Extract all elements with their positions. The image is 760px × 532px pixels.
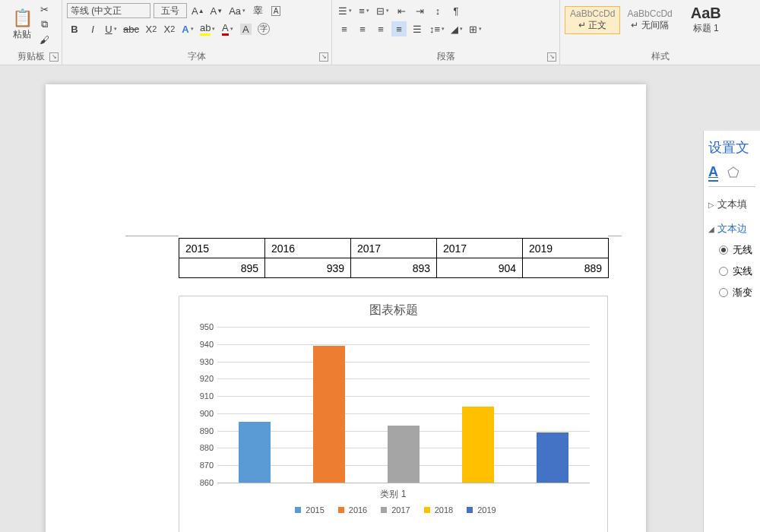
align-center-button[interactable]: ≡ — [355, 21, 370, 36]
legend-item[interactable]: 2015 — [290, 505, 324, 515]
strike-button[interactable]: abc — [122, 21, 141, 36]
numbering-button[interactable]: ≡▾ — [356, 3, 372, 18]
underline-button[interactable]: U▾ — [103, 21, 119, 36]
align-right-button[interactable]: ≡ — [373, 21, 388, 36]
bullets-button[interactable]: ☰▾ — [337, 3, 353, 18]
group-font: 等线 (中文正 五号 A▲ A▼ Aa▾ 睾 A B I U▾ abc X2 X… — [62, 0, 332, 65]
y-tick-label: 860 — [183, 478, 214, 487]
shading-button[interactable]: ◢▾ — [449, 21, 464, 36]
table-cell[interactable]: 895 — [179, 258, 265, 278]
align-left-button[interactable]: ≡ — [337, 21, 352, 36]
paragraph-launcher[interactable]: ↘ — [547, 52, 556, 62]
group-clipboard: 📋 粘贴 ✂ ⧉ 🖌 剪贴板 ↘ — [0, 0, 62, 65]
table-cell[interactable]: 939 — [265, 258, 351, 278]
show-marks-button[interactable]: ¶ — [448, 3, 464, 18]
group-label: 段落 — [332, 50, 559, 63]
increase-indent-button[interactable]: ⇥ — [412, 3, 427, 18]
clipboard-side: ✂ ⧉ 🖌 — [36, 2, 62, 47]
tab-text-options[interactable]: A — [708, 164, 718, 182]
section-text-fill[interactable]: ▷文本填 — [708, 198, 755, 211]
group-paragraph: ☰▾ ≡▾ ⊟▾ ⇤ ⇥ ↕ ¶ ≡ ≡ ≡ ≡ ☰ ↕≡▾ ◢▾ ⊞▾ 段落 … — [332, 0, 560, 65]
font-color-button[interactable]: A▾ — [220, 21, 235, 36]
table-cell[interactable]: 904 — [437, 258, 523, 278]
superscript-button[interactable]: X2 — [162, 21, 177, 36]
table-cell[interactable]: 889 — [523, 258, 609, 278]
chart-plot-area[interactable]: 860870880890900910920930940950 — [217, 327, 590, 483]
decrease-indent-button[interactable]: ⇤ — [394, 3, 409, 18]
clipboard-launcher[interactable]: ↘ — [49, 52, 59, 62]
multilevel-button[interactable]: ⊟▾ — [375, 3, 391, 18]
legend-item[interactable]: 2016 — [334, 505, 367, 515]
tab-effects[interactable]: ⬠ — [727, 164, 739, 182]
char-shading-button[interactable]: A — [238, 21, 253, 36]
copy-button[interactable]: ⧉ — [36, 17, 52, 32]
brush-icon: 🖌 — [40, 34, 49, 46]
subscript-button[interactable]: X2 — [144, 21, 159, 36]
grow-font-button[interactable]: A▲ — [190, 3, 206, 18]
chart-legend[interactable]: 20152016201720182019 — [179, 505, 607, 515]
sort-button[interactable]: ↕ — [430, 3, 445, 18]
radio-icon — [719, 288, 728, 297]
chart-title[interactable]: 图表标题 — [179, 302, 607, 318]
highlight-button[interactable]: ab▾ — [198, 21, 217, 36]
legend-item[interactable]: 2018 — [420, 505, 453, 515]
change-case-button[interactable]: Aa▾ — [227, 3, 247, 18]
paste-label: 粘贴 — [13, 28, 31, 41]
style-normal[interactable]: AaBbCcDd ↵ 正文 — [565, 6, 620, 34]
distribute-button[interactable]: ☰ — [410, 21, 425, 36]
y-tick-label: 890 — [183, 426, 214, 435]
paste-button[interactable]: 📋 粘贴 — [5, 2, 40, 47]
table-cell[interactable]: 2017 — [351, 239, 437, 258]
chart-bar[interactable] — [239, 422, 271, 483]
option-solid-line[interactable]: 实线 — [708, 264, 755, 278]
chart-object[interactable]: 图表标题 860870880890900910920930940950 类别 1… — [179, 296, 608, 532]
line-spacing-button[interactable]: ↕≡▾ — [428, 21, 446, 36]
style-nospacing[interactable]: AaBbCcDd ↵ 无间隔 — [622, 6, 677, 34]
italic-button[interactable]: I — [85, 21, 100, 36]
chart-bar[interactable] — [388, 426, 420, 483]
table-cell[interactable]: 2016 — [265, 239, 351, 258]
chart-bar[interactable] — [462, 407, 494, 483]
borders-button[interactable]: ⊞▾ — [467, 21, 483, 36]
y-tick-label: 950 — [183, 322, 214, 331]
phonetic-guide-button[interactable]: 睾 — [250, 3, 265, 18]
table-cell[interactable]: 2015 — [179, 239, 265, 258]
copy-icon: ⧉ — [41, 18, 48, 30]
margin-mark-right — [608, 236, 622, 236]
bold-button[interactable]: B — [67, 21, 82, 36]
pane-tabs: A ⬠ — [708, 164, 755, 187]
style-heading1[interactable]: AaB 标题 1 — [679, 2, 733, 37]
group-label: 字体 — [62, 50, 331, 63]
x-axis-label[interactable]: 类别 1 — [179, 488, 607, 501]
text-effects-button[interactable]: A▾ — [180, 21, 195, 36]
legend-item[interactable]: 2019 — [462, 505, 496, 515]
option-gradient-line[interactable]: 渐变 — [708, 286, 755, 299]
chart-bar[interactable] — [537, 432, 568, 483]
font-family-combo[interactable]: 等线 (中文正 — [67, 3, 150, 18]
y-tick-label: 900 — [183, 409, 214, 418]
radio-icon — [719, 267, 728, 276]
font-launcher[interactable]: ↘ — [319, 52, 328, 62]
clear-format-button[interactable]: A — [268, 3, 283, 18]
align-justify-button[interactable]: ≡ — [391, 21, 407, 36]
data-table[interactable]: 2015 2016 2017 2017 2019 895 939 893 904… — [179, 238, 609, 278]
font-size-combo[interactable]: 五号 — [154, 3, 187, 18]
radio-icon — [719, 245, 728, 255]
format-painter-button[interactable]: 🖌 — [36, 32, 52, 47]
cut-button[interactable]: ✂ — [36, 2, 52, 17]
pentagon-icon: ⬠ — [727, 165, 739, 180]
y-tick-label: 910 — [183, 391, 214, 401]
enclose-char-button[interactable]: 字 — [256, 21, 271, 36]
group-styles: AaBbCcDd ↵ 正文 AaBbCcDd ↵ 无间隔 AaB 标题 1 样式 — [560, 0, 760, 65]
format-pane: 设置文 A ⬠ ▷文本填 ◢文本边 无线 实线 渐变 — [703, 131, 760, 532]
shrink-font-button[interactable]: A▼ — [209, 3, 225, 18]
table-cell[interactable]: 2017 — [437, 239, 523, 258]
table-cell[interactable]: 2019 — [523, 239, 609, 258]
legend-item[interactable]: 2017 — [376, 505, 410, 515]
table-cell[interactable]: 893 — [351, 258, 437, 278]
ribbon: 📋 粘贴 ✂ ⧉ 🖌 剪贴板 ↘ 等线 (中文正 五号 A▲ A▼ Aa▾ 睾 … — [0, 0, 760, 65]
chart-bar[interactable] — [313, 346, 345, 483]
option-no-line[interactable]: 无线 — [708, 243, 755, 257]
document-page[interactable]: 2015 2016 2017 2017 2019 895 939 893 904… — [46, 84, 646, 532]
section-text-outline[interactable]: ◢文本边 — [708, 222, 755, 236]
